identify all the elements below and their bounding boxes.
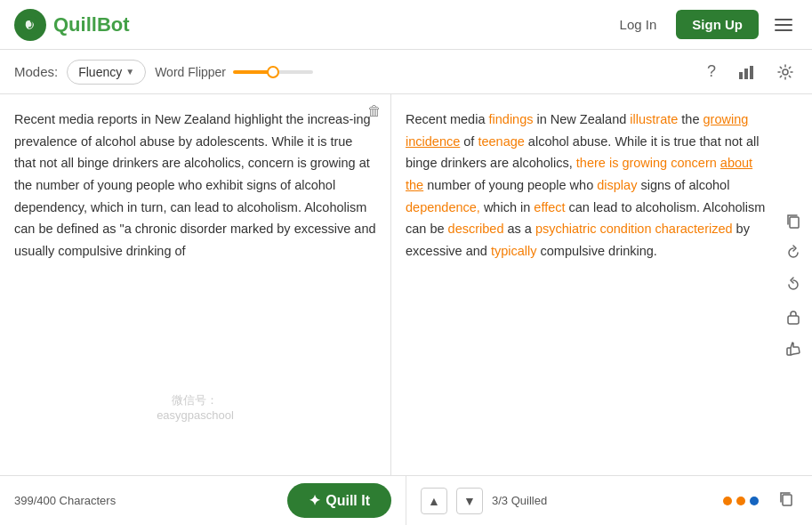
settings-button[interactable]	[773, 60, 798, 85]
input-text[interactable]: Recent media reports in New Zealand high…	[14, 109, 376, 262]
bottom-left: 399/400 Characters ✦ Quill It	[0, 476, 406, 525]
word-flipper-area: Word Flipper	[155, 65, 313, 79]
svg-rect-1	[739, 72, 743, 79]
quill-icon: ✦	[309, 492, 320, 509]
hamburger-menu-button[interactable]	[769, 13, 798, 36]
word-display[interactable]: display	[597, 178, 637, 192]
word-flipper-slider[interactable]	[233, 70, 313, 74]
gear-icon	[776, 63, 794, 81]
logo-text: QuillBot	[53, 13, 130, 36]
delete-button[interactable]: 🗑	[367, 103, 382, 119]
left-panel[interactable]: 🗑 Recent media reports in New Zealand hi…	[0, 94, 391, 475]
quilled-count: 3/3 Quilled	[492, 494, 547, 507]
output-text: Recent media findings in New Zealand ill…	[406, 109, 768, 262]
svg-rect-2	[744, 69, 748, 79]
word-findings[interactable]: findings	[489, 112, 534, 126]
toolbar: Modes: Fluency ▼ Word Flipper ?	[0, 50, 812, 94]
svg-rect-5	[790, 217, 799, 228]
toolbar-right: ?	[703, 59, 798, 85]
stats-button[interactable]	[734, 60, 759, 85]
dot-3	[750, 497, 759, 505]
header: QuillBot Log In Sign Up	[0, 0, 812, 50]
word-teenage[interactable]: teenage	[478, 134, 524, 149]
phrase-psychiatric-condition[interactable]: psychiatric condition characterized	[535, 222, 733, 236]
navigate-down-button[interactable]: ▼	[456, 488, 483, 514]
main-content: 🗑 Recent media reports in New Zealand hi…	[0, 94, 812, 475]
lock-icon	[785, 309, 801, 325]
bottom-bar: 399/400 Characters ✦ Quill It ▲ ▼ 3/3 Qu…	[0, 475, 812, 525]
refresh-icon	[785, 245, 801, 261]
help-button[interactable]: ?	[703, 59, 720, 85]
logo-icon	[14, 9, 46, 41]
signup-button[interactable]: Sign Up	[676, 10, 759, 39]
svg-point-4	[783, 69, 788, 75]
question-mark-icon: ?	[707, 62, 716, 81]
copy-to-clipboard-button[interactable]	[782, 209, 805, 232]
word-typically[interactable]: typically	[491, 244, 537, 258]
modes-label: Modes:	[14, 64, 58, 79]
right-panel: Recent media findings in New Zealand ill…	[391, 94, 812, 475]
menu-line-3	[775, 29, 792, 31]
word-illustrate[interactable]: illustrate	[630, 112, 678, 126]
thumbs-up-icon	[785, 341, 801, 357]
svg-rect-6	[788, 316, 799, 324]
logo-area: QuillBot	[14, 9, 130, 41]
word-effect[interactable]: effect	[534, 200, 565, 214]
quill-it-button[interactable]: ✦ Quill It	[287, 483, 391, 518]
bar-chart-icon	[737, 63, 755, 81]
undo-icon	[785, 277, 801, 293]
undo-button[interactable]	[782, 273, 805, 296]
mode-selector-button[interactable]: Fluency ▼	[67, 60, 146, 85]
copy-icon	[785, 213, 801, 229]
word-described[interactable]: described	[448, 222, 504, 236]
watermark-line1: 微信号：	[157, 392, 234, 408]
navigate-up-button[interactable]: ▲	[421, 488, 447, 514]
mode-selected-label: Fluency	[78, 65, 122, 79]
right-panel-icons	[782, 209, 805, 360]
refresh-button[interactable]	[782, 241, 805, 264]
character-count: 399/400 Characters	[14, 494, 116, 507]
svg-rect-3	[750, 66, 753, 79]
bottom-right: ▲ ▼ 3/3 Quilled	[406, 476, 812, 525]
dot-2	[736, 497, 745, 505]
thumbs-up-button[interactable]	[782, 337, 805, 360]
login-button[interactable]: Log In	[611, 12, 666, 37]
phrase-growing-incidence[interactable]: growing incidence	[406, 112, 748, 149]
word-dependence[interactable]: dependence,	[406, 200, 480, 214]
copy-output-icon	[778, 490, 794, 506]
word-flipper-label: Word Flipper	[155, 65, 226, 79]
menu-line-2	[775, 24, 792, 26]
dots-area	[723, 497, 759, 505]
slider-thumb	[267, 66, 279, 78]
quill-it-label: Quill It	[326, 493, 370, 509]
header-right: Log In Sign Up	[611, 10, 798, 39]
svg-rect-7	[783, 495, 792, 505]
up-arrow-icon: ▲	[428, 494, 440, 508]
phrase-there-is-growing-concern[interactable]: there is growing concern	[576, 156, 717, 170]
watermark: 微信号： easygpaschool	[157, 392, 234, 422]
watermark-line2: easygpaschool	[157, 408, 234, 422]
menu-line-1	[775, 19, 792, 20]
chevron-down-icon: ▼	[125, 67, 134, 77]
lock-button[interactable]	[782, 305, 805, 328]
dot-1	[723, 497, 732, 505]
down-arrow-icon: ▼	[463, 494, 476, 508]
copy-output-button[interactable]	[775, 487, 798, 514]
